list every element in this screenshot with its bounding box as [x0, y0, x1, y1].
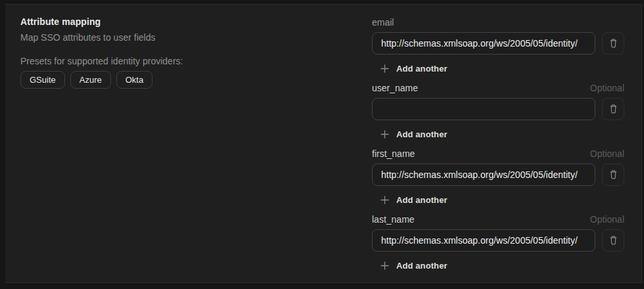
preset-button-okta[interactable]: Okta — [116, 71, 152, 89]
plus-icon — [380, 64, 389, 73]
plus-icon — [380, 196, 389, 204]
optional-badge: Optional — [590, 83, 624, 93]
field-label: first_name — [372, 148, 415, 159]
add-another-label: Add another — [396, 195, 448, 205]
field-label: last_name — [372, 214, 415, 225]
section-subtitle: Map SSO attributes to user fields — [20, 31, 155, 44]
add-another-label: Add another — [396, 261, 448, 271]
field-last-name: last_name Optional — [372, 213, 624, 273]
delete-last-name-mapping-button[interactable] — [602, 229, 624, 252]
field-first-name: first_name Optional — [372, 148, 624, 207]
field-user-name: user_name Optional — [372, 82, 624, 141]
add-another-label: Add another — [396, 129, 448, 139]
add-another-user-name[interactable]: Add another — [372, 129, 448, 139]
preset-buttons: GSuite Azure Okta — [20, 71, 152, 89]
user-name-attribute-input[interactable] — [372, 98, 595, 120]
plus-icon — [380, 130, 389, 139]
section-title: Attribute mapping — [20, 15, 101, 28]
optional-badge: Optional — [590, 214, 624, 225]
email-attribute-input[interactable] — [372, 32, 595, 55]
trash-icon — [609, 38, 618, 49]
trash-icon — [609, 169, 618, 180]
delete-first-name-mapping-button[interactable] — [602, 164, 624, 186]
field-label: user_name — [372, 83, 418, 93]
first-name-attribute-input[interactable] — [372, 164, 595, 186]
optional-badge: Optional — [590, 148, 624, 159]
presets-label: Presets for supported identity providers… — [20, 55, 183, 68]
add-another-last-name[interactable]: Add another — [372, 260, 448, 271]
field-label: email — [372, 17, 394, 28]
last-name-attribute-input[interactable] — [372, 229, 595, 252]
preset-button-gsuite[interactable]: GSuite — [20, 71, 65, 89]
delete-user-name-mapping-button[interactable] — [602, 98, 624, 120]
add-another-label: Add another — [396, 64, 448, 74]
plus-icon — [380, 261, 389, 270]
trash-icon — [609, 104, 618, 114]
trash-icon — [609, 235, 618, 246]
delete-email-mapping-button[interactable] — [602, 32, 624, 55]
add-another-first-name[interactable]: Add another — [372, 194, 448, 205]
attribute-mapping-section: Attribute mapping Map SSO attributes to … — [5, 4, 642, 283]
preset-button-azure[interactable]: Azure — [70, 71, 111, 89]
field-email: email — [372, 16, 624, 76]
add-another-email[interactable]: Add another — [372, 63, 448, 74]
